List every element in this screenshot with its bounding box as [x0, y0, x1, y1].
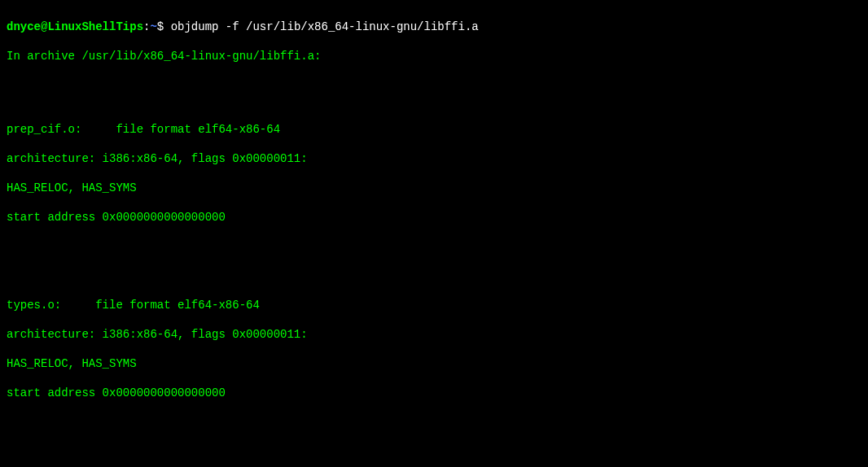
object-arch: architecture: i386:x86-64, flags 0x00000…	[7, 151, 861, 166]
object-start: start address 0x0000000000000000	[7, 210, 861, 225]
object-header: types.o: file format elf64-x86-64	[7, 298, 861, 312]
object-block: types.o: file format elf64-x86-64 archit…	[7, 283, 861, 415]
archive-header: In archive /usr/lib/x86_64-linux-gnu/lib…	[7, 49, 861, 63]
terminal-output[interactable]: dnyce@LinuxShellTips:~$ objdump -f /usr/…	[7, 5, 861, 467]
prompt-user-host: dnyce@LinuxShellTips	[7, 20, 143, 33]
object-flags: HAS_RELOC, HAS_SYMS	[7, 356, 861, 371]
object-flags: HAS_RELOC, HAS_SYMS	[7, 181, 861, 195]
object-block: prep_cif.o: file format elf64-x86-64 arc…	[7, 107, 861, 239]
prompt-dollar: $	[157, 20, 171, 33]
object-arch: architecture: i386:x86-64, flags 0x00000…	[7, 327, 861, 342]
object-block: raw_api.o: file format elf64-x86-64 arch…	[7, 459, 861, 467]
prompt-path: ~	[150, 20, 156, 33]
prompt-line: dnyce@LinuxShellTips:~$ objdump -f /usr/…	[7, 20, 861, 34]
object-start: start address 0x0000000000000000	[7, 386, 861, 400]
object-header: prep_cif.o: file format elf64-x86-64	[7, 122, 861, 137]
command-text: objdump -f /usr/lib/x86_64-linux-gnu/lib…	[171, 20, 479, 33]
